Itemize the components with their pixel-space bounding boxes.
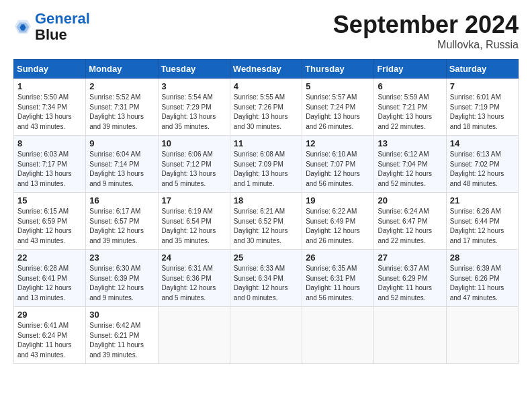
calendar-cell: 5Sunrise: 5:57 AM Sunset: 7:24 PM Daylig… — [302, 79, 374, 136]
calendar-cell: 1Sunrise: 5:50 AM Sunset: 7:34 PM Daylig… — [14, 79, 86, 136]
calendar-cell: 28Sunrise: 6:39 AM Sunset: 6:26 PM Dayli… — [446, 250, 518, 307]
cell-text: Sunrise: 6:42 AM Sunset: 6:21 PM Dayligh… — [89, 321, 154, 360]
cell-text: Sunrise: 5:57 AM Sunset: 7:24 PM Dayligh… — [306, 93, 370, 132]
calendar-table: SundayMondayTuesdayWednesdayThursdayFrid… — [13, 59, 519, 364]
cell-text: Sunrise: 5:52 AM Sunset: 7:31 PM Dayligh… — [89, 93, 154, 132]
day-number: 26 — [306, 253, 370, 263]
day-number: 17 — [162, 195, 226, 205]
calendar-cell: 8Sunrise: 6:03 AM Sunset: 7:17 PM Daylig… — [14, 136, 86, 193]
cell-text: Sunrise: 5:50 AM Sunset: 7:34 PM Dayligh… — [17, 93, 82, 132]
calendar-cell: 16Sunrise: 6:17 AM Sunset: 6:57 PM Dayli… — [86, 193, 158, 250]
calendar-cell: 25Sunrise: 6:33 AM Sunset: 6:34 PM Dayli… — [230, 250, 302, 307]
calendar-cell: 17Sunrise: 6:19 AM Sunset: 6:54 PM Dayli… — [158, 193, 230, 250]
cell-text: Sunrise: 6:04 AM Sunset: 7:14 PM Dayligh… — [89, 150, 154, 189]
location: Mullovka, Russia — [333, 39, 519, 51]
day-number: 20 — [378, 195, 442, 205]
cell-text: Sunrise: 6:33 AM Sunset: 6:34 PM Dayligh… — [234, 264, 298, 303]
day-number: 28 — [450, 253, 515, 263]
calendar-cell: 21Sunrise: 6:26 AM Sunset: 6:44 PM Dayli… — [446, 193, 518, 250]
cell-text: Sunrise: 6:10 AM Sunset: 7:07 PM Dayligh… — [306, 150, 370, 189]
day-number: 15 — [17, 195, 82, 205]
cell-text: Sunrise: 6:31 AM Sunset: 6:36 PM Dayligh… — [162, 264, 226, 303]
day-number: 24 — [162, 253, 226, 263]
header: General Blue September 2024 Mullovka, Ru… — [13, 11, 519, 51]
calendar-cell: 23Sunrise: 6:30 AM Sunset: 6:39 PM Dayli… — [86, 250, 158, 307]
calendar-cell: 30Sunrise: 6:42 AM Sunset: 6:21 PM Dayli… — [86, 307, 158, 364]
cell-text: Sunrise: 6:28 AM Sunset: 6:41 PM Dayligh… — [17, 264, 82, 303]
cell-text: Sunrise: 6:35 AM Sunset: 6:31 PM Dayligh… — [306, 264, 370, 303]
day-number: 6 — [378, 81, 442, 91]
day-header-thursday: Thursday — [302, 60, 374, 79]
calendar-week-row: 29Sunrise: 6:41 AM Sunset: 6:24 PM Dayli… — [14, 307, 519, 364]
cell-text: Sunrise: 6:15 AM Sunset: 6:59 PM Dayligh… — [17, 207, 82, 246]
day-number: 5 — [306, 81, 370, 91]
day-number: 23 — [89, 253, 154, 263]
cell-text: Sunrise: 6:39 AM Sunset: 6:26 PM Dayligh… — [450, 264, 515, 303]
day-number: 12 — [306, 138, 370, 148]
cell-text: Sunrise: 6:37 AM Sunset: 6:29 PM Dayligh… — [378, 264, 442, 303]
month-title: September 2024 — [333, 11, 519, 39]
logo: General Blue — [13, 11, 90, 43]
day-number: 25 — [234, 253, 298, 263]
calendar-cell — [302, 307, 374, 364]
calendar-cell: 10Sunrise: 6:06 AM Sunset: 7:12 PM Dayli… — [158, 136, 230, 193]
calendar-body: 1Sunrise: 5:50 AM Sunset: 7:34 PM Daylig… — [14, 79, 519, 364]
cell-text: Sunrise: 6:01 AM Sunset: 7:19 PM Dayligh… — [450, 93, 515, 132]
calendar-cell: 22Sunrise: 6:28 AM Sunset: 6:41 PM Dayli… — [14, 250, 86, 307]
cell-text: Sunrise: 5:55 AM Sunset: 7:26 PM Dayligh… — [234, 93, 298, 132]
calendar-cell: 7Sunrise: 6:01 AM Sunset: 7:19 PM Daylig… — [446, 79, 518, 136]
page: General Blue September 2024 Mullovka, Ru… — [0, 0, 532, 411]
cell-text: Sunrise: 5:59 AM Sunset: 7:21 PM Dayligh… — [378, 93, 442, 132]
cell-text: Sunrise: 6:22 AM Sunset: 6:49 PM Dayligh… — [306, 207, 370, 246]
logo-icon — [13, 17, 32, 36]
day-number: 7 — [450, 81, 515, 91]
cell-text: Sunrise: 6:12 AM Sunset: 7:04 PM Dayligh… — [378, 150, 442, 189]
calendar-cell: 2Sunrise: 5:52 AM Sunset: 7:31 PM Daylig… — [86, 79, 158, 136]
calendar-cell — [158, 307, 230, 364]
calendar-week-row: 8Sunrise: 6:03 AM Sunset: 7:17 PM Daylig… — [14, 136, 519, 193]
cell-text: Sunrise: 6:03 AM Sunset: 7:17 PM Dayligh… — [17, 150, 82, 189]
day-header-saturday: Saturday — [446, 60, 518, 79]
cell-text: Sunrise: 6:08 AM Sunset: 7:09 PM Dayligh… — [234, 150, 298, 189]
calendar-cell: 26Sunrise: 6:35 AM Sunset: 6:31 PM Dayli… — [302, 250, 374, 307]
day-number: 13 — [378, 138, 442, 148]
calendar-header-row: SundayMondayTuesdayWednesdayThursdayFrid… — [14, 60, 519, 79]
calendar-cell: 11Sunrise: 6:08 AM Sunset: 7:09 PM Dayli… — [230, 136, 302, 193]
day-header-wednesday: Wednesday — [230, 60, 302, 79]
calendar-cell: 19Sunrise: 6:22 AM Sunset: 6:49 PM Dayli… — [302, 193, 374, 250]
day-number: 16 — [89, 195, 154, 205]
calendar-cell: 18Sunrise: 6:21 AM Sunset: 6:52 PM Dayli… — [230, 193, 302, 250]
day-number: 30 — [89, 310, 154, 320]
calendar-cell: 12Sunrise: 6:10 AM Sunset: 7:07 PM Dayli… — [302, 136, 374, 193]
day-header-tuesday: Tuesday — [158, 60, 230, 79]
calendar-week-row: 22Sunrise: 6:28 AM Sunset: 6:41 PM Dayli… — [14, 250, 519, 307]
cell-text: Sunrise: 6:30 AM Sunset: 6:39 PM Dayligh… — [89, 264, 154, 303]
calendar-cell: 29Sunrise: 6:41 AM Sunset: 6:24 PM Dayli… — [14, 307, 86, 364]
cell-text: Sunrise: 6:17 AM Sunset: 6:57 PM Dayligh… — [89, 207, 154, 246]
cell-text: Sunrise: 6:19 AM Sunset: 6:54 PM Dayligh… — [162, 207, 226, 246]
calendar-week-row: 15Sunrise: 6:15 AM Sunset: 6:59 PM Dayli… — [14, 193, 519, 250]
cell-text: Sunrise: 6:24 AM Sunset: 6:47 PM Dayligh… — [378, 207, 442, 246]
calendar-cell — [446, 307, 518, 364]
cell-text: Sunrise: 6:41 AM Sunset: 6:24 PM Dayligh… — [17, 321, 82, 360]
title-block: September 2024 Mullovka, Russia — [333, 11, 519, 51]
calendar-cell: 27Sunrise: 6:37 AM Sunset: 6:29 PM Dayli… — [374, 250, 446, 307]
day-number: 11 — [234, 138, 298, 148]
day-number: 19 — [306, 195, 370, 205]
calendar-cell: 14Sunrise: 6:13 AM Sunset: 7:02 PM Dayli… — [446, 136, 518, 193]
day-header-friday: Friday — [374, 60, 446, 79]
calendar-cell — [374, 307, 446, 364]
calendar-cell: 3Sunrise: 5:54 AM Sunset: 7:29 PM Daylig… — [158, 79, 230, 136]
cell-text: Sunrise: 5:54 AM Sunset: 7:29 PM Dayligh… — [162, 93, 226, 132]
day-number: 18 — [234, 195, 298, 205]
day-number: 9 — [89, 138, 154, 148]
day-number: 14 — [450, 138, 515, 148]
day-header-sunday: Sunday — [14, 60, 86, 79]
day-number: 4 — [234, 81, 298, 91]
day-number: 21 — [450, 195, 515, 205]
cell-text: Sunrise: 6:06 AM Sunset: 7:12 PM Dayligh… — [162, 150, 226, 189]
cell-text: Sunrise: 6:26 AM Sunset: 6:44 PM Dayligh… — [450, 207, 515, 246]
day-number: 22 — [17, 253, 82, 263]
cell-text: Sunrise: 6:21 AM Sunset: 6:52 PM Dayligh… — [234, 207, 298, 246]
day-number: 1 — [17, 81, 82, 91]
